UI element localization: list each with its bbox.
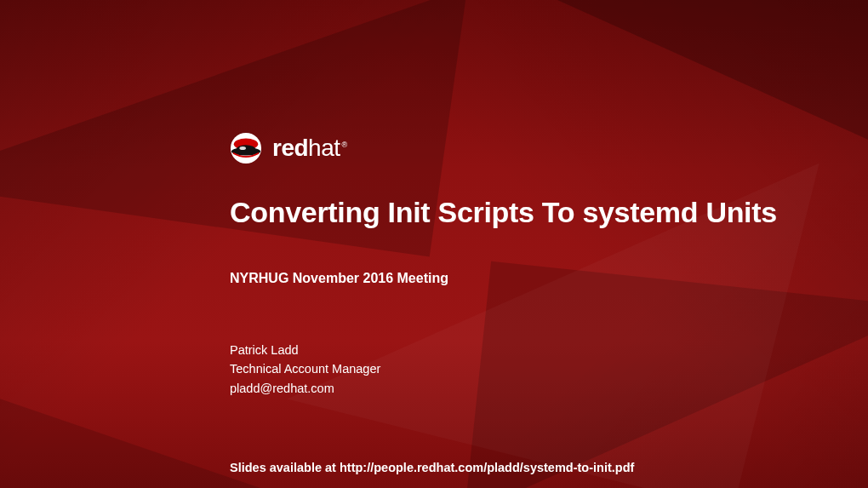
author-name: Patrick Ladd [230, 341, 868, 359]
svg-point-3 [237, 145, 256, 154]
svg-point-4 [239, 146, 246, 150]
author-role: Technical Account Manager [230, 359, 868, 378]
wordmark-bold: red [272, 135, 308, 161]
brand-wordmark: redhat® [272, 136, 347, 160]
redhat-fedora-icon [230, 132, 262, 164]
wordmark-light: hat [308, 135, 340, 161]
slide-content: redhat® Converting Init Scripts To syste… [0, 0, 868, 488]
author-block: Patrick Ladd Technical Account Manager p… [230, 341, 868, 398]
slide-title: Converting Init Scripts To systemd Units [230, 195, 868, 230]
footer-link-text: Slides available at http://people.redhat… [230, 461, 868, 474]
wordmark-trademark: ® [342, 141, 347, 149]
slide-subtitle: NYRHUG November 2016 Meeting [230, 271, 868, 286]
brand-logo: redhat® [230, 132, 868, 164]
author-email: pladd@redhat.com [230, 379, 868, 398]
